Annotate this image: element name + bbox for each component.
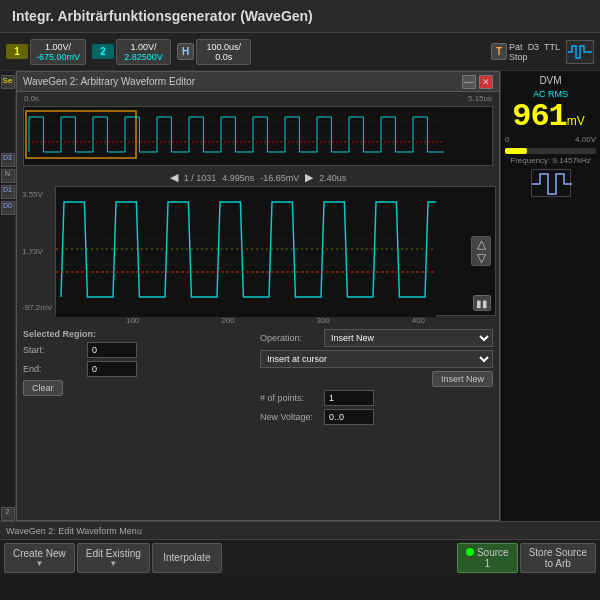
dialog-titlebar: WaveGen 2: Arbitrary Waveform Editor — ✕ [17, 72, 499, 92]
nav-voltage: -16.65mV [260, 173, 299, 183]
overview-labels: 0.0s 5.15us [20, 94, 496, 103]
end-label: End: [23, 364, 83, 374]
left-sidebar: Se D3 N D1 D0 2 [0, 71, 16, 521]
expand-button[interactable]: △▽ [471, 236, 491, 266]
end-row: End: [23, 361, 256, 377]
title-bar: Integr. Arbiträrfunktionsgenerator (Wave… [0, 0, 600, 33]
controls-area: Selected Region: Start: End: Clear [17, 325, 499, 429]
source-button[interactable]: Source 1 [457, 543, 518, 573]
toolbar: 1 1.00V/ -675.00mV 2 1.00V/ 2.82500V H 1… [0, 33, 600, 71]
main-area: Se D3 N D1 D0 2 WaveGen 2: Arbitrary Wav… [0, 71, 600, 521]
trigger-info: Pat D3 TTL Stop [509, 42, 560, 62]
edit-existing-button[interactable]: Edit Existing ▼ [77, 543, 150, 573]
ch1-settings[interactable]: 1.00V/ -675.00mV [30, 39, 86, 65]
end-input[interactable] [87, 361, 137, 377]
store-source-button[interactable]: Store Source to Arb [520, 543, 596, 573]
clear-button[interactable]: Clear [23, 380, 63, 396]
dvm-scale-fill [505, 148, 527, 154]
sidebar-btn-2[interactable]: 2 [1, 507, 15, 521]
sidebar-btn-1[interactable]: Se [1, 75, 15, 89]
voltage-input[interactable] [324, 409, 374, 425]
points-row: # of points: [260, 390, 493, 406]
create-new-button[interactable]: Create New ▼ [4, 543, 75, 573]
right-panel: DVM AC RMS 961 mV 0 4.00V Frequency: 9.1… [500, 71, 600, 521]
interpolate-button[interactable]: Interpolate [152, 543, 222, 573]
pause-button[interactable]: ▮▮ [473, 295, 491, 311]
ch2-button[interactable]: 2 [92, 44, 114, 59]
timebase-settings[interactable]: 100.0us/ 0.0s [196, 39, 251, 65]
sidebar-btn-n[interactable]: N [1, 169, 15, 183]
overview-section: 0.0s 5.15us [20, 94, 496, 166]
insert-cursor-row: Insert at cursor [260, 350, 493, 368]
insert-cursor-select[interactable]: Insert at cursor [260, 350, 493, 368]
clear-row: Clear [23, 380, 256, 396]
create-new-arrow: ▼ [35, 559, 43, 568]
voltage-row: New Voltage: [260, 409, 493, 425]
main-waveform-canvas[interactable]: △▽ ▮▮ [55, 186, 496, 316]
nav-right[interactable]: ▶ [305, 171, 313, 184]
dvm-panel: DVM AC RMS 961 mV 0 4.00V Frequency: 9.1… [501, 71, 600, 521]
ch1-button[interactable]: 1 [6, 44, 28, 59]
dvm-frequency: Frequency: 9.1457kHz [505, 156, 596, 165]
h-button[interactable]: H [177, 43, 194, 60]
main-waveform-section: 3.55V 1.73V -97.2mV △▽ ▮▮ 100 200 300 40… [20, 186, 496, 325]
operation-label: Operation: [260, 333, 320, 343]
dvm-scale-bar [505, 148, 596, 154]
menu-bar: Create New ▼ Edit Existing ▼ Interpolate… [0, 539, 600, 575]
nav-row: ◀ 1 / 1031 4.995ns -16.65mV ▶ 2.40us [17, 169, 499, 186]
selected-region-group: Selected Region: Start: End: Clear [23, 329, 256, 425]
dvm-unit: mV [567, 114, 585, 128]
status-text: WaveGen 2: Edit Waveform Menu [6, 526, 142, 536]
status-bar: WaveGen 2: Edit Waveform Menu [0, 521, 600, 539]
sidebar-btn-d0[interactable]: D0 [1, 201, 15, 215]
minimize-button[interactable]: — [462, 75, 476, 89]
t-button[interactable]: T [491, 43, 507, 60]
start-input[interactable] [87, 342, 137, 358]
operation-group: Operation: Insert New Insert at cursor I… [260, 329, 493, 425]
operation-select[interactable]: Insert New [324, 329, 493, 347]
nav-left[interactable]: ◀ [170, 171, 178, 184]
dialog-title: WaveGen 2: Arbitrary Waveform Editor [23, 76, 195, 87]
y-labels: 3.55V 1.73V -97.2mV [22, 186, 57, 316]
start-row: Start: [23, 342, 256, 358]
points-input[interactable] [324, 390, 374, 406]
insert-btn-row: Insert New [260, 371, 493, 387]
selected-region-label: Selected Region: [23, 329, 256, 339]
waveform-overview[interactable] [23, 106, 493, 166]
x-labels: 100 200 300 400 [55, 316, 496, 325]
edit-existing-arrow: ▼ [109, 559, 117, 568]
points-label: # of points: [260, 393, 320, 403]
sidebar-btn-d1[interactable]: D1 [1, 185, 15, 199]
page-title: Integr. Arbiträrfunktionsgenerator (Wave… [12, 8, 313, 24]
insert-new-button[interactable]: Insert New [432, 371, 493, 387]
voltage-label: New Voltage: [260, 412, 320, 422]
nav-position: 1 / 1031 [184, 173, 217, 183]
waveform-editor: WaveGen 2: Arbitrary Waveform Editor — ✕… [16, 71, 500, 521]
center-area: WaveGen 2: Arbitrary Waveform Editor — ✕… [16, 71, 500, 521]
wavegen-icon[interactable] [566, 40, 594, 64]
waveform-container: 3.55V 1.73V -97.2mV △▽ ▮▮ [20, 186, 496, 316]
start-label: Start: [23, 345, 83, 355]
nav-time: 4.995ns [222, 173, 254, 183]
nav-right-time: 2.40us [319, 173, 346, 183]
operation-row: Operation: Insert New [260, 329, 493, 347]
dialog-buttons: — ✕ [462, 75, 493, 89]
ch2-settings[interactable]: 1.00V/ 2.82500V [116, 39, 171, 65]
dvm-waveform-icon[interactable] [531, 169, 571, 197]
sidebar-btn-d3[interactable]: D3 [1, 153, 15, 167]
close-button[interactable]: ✕ [479, 75, 493, 89]
dvm-title: DVM [505, 75, 596, 86]
dvm-value: 961 [512, 101, 567, 133]
source-dot [466, 548, 474, 556]
